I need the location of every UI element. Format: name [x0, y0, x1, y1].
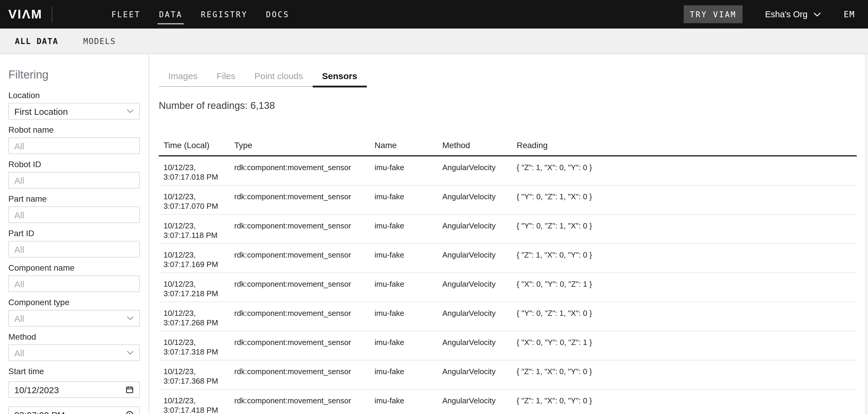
- cell-method: AngularVelocity: [442, 163, 517, 173]
- main-panel: Images Files Point clouds Sensors Number…: [149, 54, 868, 414]
- cell-reading: { "Z": 1, "X": 0, "Y": 0 }: [517, 396, 857, 406]
- filter-sidebar: Filtering Location First Location Robot …: [0, 54, 149, 414]
- select-placeholder: All: [14, 313, 24, 323]
- cell-reading: { "Z": 1, "X": 0, "Y": 0 }: [517, 163, 857, 173]
- cell-name: imu-fake: [375, 367, 442, 377]
- select-placeholder: All: [14, 348, 24, 358]
- nav-item-data[interactable]: DATA: [159, 10, 183, 19]
- tab-point-clouds[interactable]: Point clouds: [245, 71, 312, 86]
- cell-method: AngularVelocity: [442, 279, 517, 289]
- cell-time-date: 10/12/23,: [163, 221, 234, 231]
- start-date-input[interactable]: 10/12/2023: [8, 381, 140, 398]
- start-time-field: Start time 10/12/2023 03:07:00 PM: [8, 367, 140, 414]
- component-type-select[interactable]: All: [8, 310, 140, 327]
- filter-field: Location First Location: [8, 91, 140, 120]
- cell-time: 10/12/23, 3:07:17.169 PM: [159, 250, 234, 269]
- top-navigation-bar: VIΛM FLEET DATA REGISTRY DOCS TRY VIAM E…: [0, 0, 868, 29]
- part-id-input[interactable]: [8, 241, 140, 258]
- filter-field-label: Robot name: [8, 125, 140, 135]
- part-name-input[interactable]: [8, 206, 140, 223]
- select-value: First Location: [14, 106, 68, 116]
- tab-files[interactable]: Files: [207, 71, 245, 86]
- start-time-input[interactable]: 03:07:00 PM: [8, 406, 140, 414]
- nav-item-label: DOCS: [266, 10, 289, 19]
- org-name: Esha's Org: [765, 9, 808, 19]
- filtering-title: Filtering: [8, 68, 140, 82]
- cell-name: imu-fake: [375, 250, 442, 260]
- cell-time: 10/12/23, 3:07:17.268 PM: [159, 309, 234, 328]
- filter-field-label: Component type: [8, 298, 140, 307]
- tab-images[interactable]: Images: [159, 71, 207, 86]
- filter-fields: Location First Location Robot name Robot…: [8, 91, 140, 414]
- calendar-icon[interactable]: [125, 385, 134, 394]
- robot-name-input[interactable]: [8, 138, 140, 154]
- filter-field-label: Method: [8, 332, 140, 342]
- location-select[interactable]: First Location: [8, 103, 140, 120]
- filter-field: Robot name: [8, 125, 140, 154]
- date-value: 10/12/2023: [14, 385, 59, 395]
- nav-item-docs[interactable]: DOCS: [266, 10, 289, 19]
- page-scrollbar[interactable]: [865, 54, 868, 414]
- cell-time-clock: 3:07:17.070 PM: [163, 202, 234, 211]
- cell-time: 10/12/23, 3:07:17.318 PM: [159, 338, 234, 357]
- cell-reading: { "Y": 0, "Z": 1, "X": 0 }: [517, 192, 857, 202]
- cell-name: imu-fake: [375, 221, 442, 231]
- cell-reading: { "X": 0, "Y": 0, "Z": 1 }: [517, 279, 857, 289]
- viam-logo[interactable]: VIΛM: [8, 0, 42, 29]
- cell-method: AngularVelocity: [442, 250, 517, 260]
- robot-id-input[interactable]: [8, 172, 140, 188]
- component-name-input[interactable]: [8, 275, 140, 292]
- tab-label: Point clouds: [254, 71, 303, 81]
- filter-field: Component name: [8, 264, 140, 292]
- cell-type: rdk:component:movement_sensor: [234, 338, 375, 347]
- org-switcher[interactable]: Esha's Org: [765, 9, 821, 19]
- cell-time-clock: 3:07:17.318 PM: [163, 347, 234, 357]
- cell-method: AngularVelocity: [442, 338, 517, 347]
- user-avatar[interactable]: EM: [844, 9, 855, 19]
- column-header: Reading: [517, 140, 857, 150]
- table-row: 10/12/23, 3:07:17.169 PM rdk:component:m…: [159, 244, 857, 273]
- table-row: 10/12/23, 3:07:17.418 PM rdk:component:m…: [159, 390, 857, 414]
- cell-time: 10/12/23, 3:07:17.118 PM: [159, 221, 234, 240]
- cell-time-date: 10/12/23,: [163, 309, 234, 318]
- data-subnav: ALL DATA MODELS: [0, 29, 868, 54]
- filter-field-label: Start time: [8, 367, 140, 376]
- chevron-down-icon: [127, 350, 134, 355]
- tab-sensors[interactable]: Sensors: [312, 71, 367, 87]
- table-row: 10/12/23, 3:07:17.070 PM rdk:component:m…: [159, 185, 857, 215]
- table-row: 10/12/23, 3:07:17.368 PM rdk:component:m…: [159, 360, 857, 390]
- method-select[interactable]: All: [8, 345, 140, 361]
- cell-type: rdk:component:movement_sensor: [234, 250, 375, 260]
- table-row: 10/12/23, 3:07:17.118 PM rdk:component:m…: [159, 215, 857, 244]
- nav-item-registry[interactable]: REGISTRY: [201, 10, 248, 19]
- table-row: 10/12/23, 3:07:17.318 PM rdk:component:m…: [159, 331, 857, 360]
- table-row: 10/12/23, 3:07:17.018 PM rdk:component:m…: [159, 156, 857, 185]
- filter-field: Robot ID: [8, 160, 140, 188]
- filter-field: Method All: [8, 332, 140, 361]
- subnav-tab-models[interactable]: MODELS: [83, 36, 116, 46]
- try-viam-button[interactable]: TRY VIAM: [684, 5, 742, 23]
- sensor-readings-table: Time (Local)TypeNameMethodReading 10/12/…: [159, 140, 857, 414]
- filter-field-label: Location: [8, 91, 140, 100]
- cell-time: 10/12/23, 3:07:17.368 PM: [159, 367, 234, 386]
- cell-name: imu-fake: [375, 279, 442, 289]
- table-header: Time (Local)TypeNameMethodReading: [159, 140, 857, 156]
- cell-type: rdk:component:movement_sensor: [234, 309, 375, 318]
- filter-field: Part ID: [8, 229, 140, 258]
- cell-time-clock: 3:07:17.118 PM: [163, 231, 234, 240]
- subnav-tab-all-data[interactable]: ALL DATA: [15, 36, 58, 46]
- readings-count: Number of readings: 6,138: [159, 99, 868, 111]
- cell-method: AngularVelocity: [442, 309, 517, 318]
- clock-icon[interactable]: [125, 410, 134, 414]
- cell-name: imu-fake: [375, 309, 442, 318]
- cell-time-date: 10/12/23,: [163, 250, 234, 260]
- nav-item-fleet[interactable]: FLEET: [112, 10, 141, 19]
- column-header: Type: [234, 140, 375, 150]
- cell-time-date: 10/12/23,: [163, 163, 234, 173]
- nav-item-label: REGISTRY: [201, 10, 248, 19]
- data-type-tabs: Images Files Point clouds Sensors: [159, 71, 367, 87]
- nav-divider: [52, 6, 53, 22]
- nav-item-label: DATA: [159, 10, 183, 19]
- filter-field-label: Component name: [8, 264, 140, 272]
- time-value: 03:07:00 PM: [14, 410, 65, 414]
